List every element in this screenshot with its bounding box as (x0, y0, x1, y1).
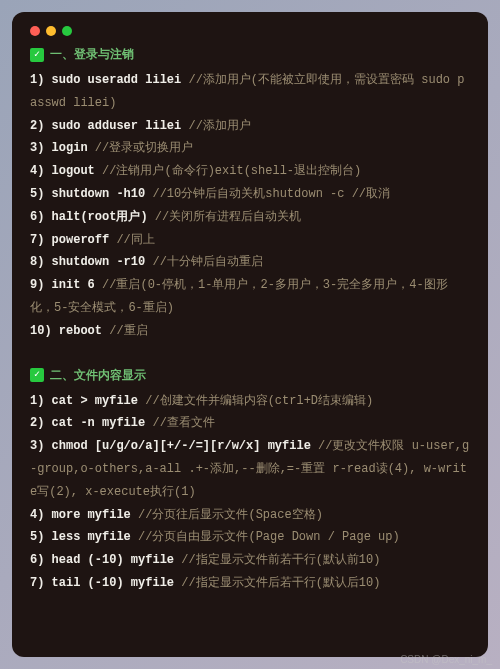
item-index: 2) (30, 119, 44, 133)
section-header: ✓ 二、文件内容显示 (30, 367, 470, 384)
item-index: 3) (30, 141, 44, 155)
command-text: cat -n myfile (52, 416, 146, 430)
watermark-text: CSDN @Dex_ni_m_ (400, 654, 492, 665)
comment-text: //重启 (109, 324, 147, 338)
list-item: 3) login //登录或切换用户 (30, 137, 470, 160)
comment-text: //分页自由显示文件(Page Down / Page up) (138, 530, 400, 544)
command-text: sudo useradd lilei (52, 73, 182, 87)
item-index: 6) (30, 210, 44, 224)
list-item: 5) less myfile //分页自由显示文件(Page Down / Pa… (30, 526, 470, 549)
list-item: 5) shutdown -h10 //10分钟后自动关机shutdown -c … (30, 183, 470, 206)
item-index: 8) (30, 255, 44, 269)
list-item: 2) sudo adduser lilei //添加用户 (30, 115, 470, 138)
command-text: reboot (59, 324, 102, 338)
item-index: 6) (30, 553, 44, 567)
comment-text: //10分钟后自动关机shutdown -c //取消 (152, 187, 390, 201)
item-index: 5) (30, 187, 44, 201)
list-item: 4) more myfile //分页往后显示文件(Space空格) (30, 504, 470, 527)
command-text: shutdown -h10 (52, 187, 146, 201)
item-index: 5) (30, 530, 44, 544)
close-icon[interactable] (30, 26, 40, 36)
item-index: 4) (30, 164, 44, 178)
list-item: 4) logout //注销用户(命令行)exit(shell-退出控制台) (30, 160, 470, 183)
list-item: 3) chmod [u/g/o/a][+/-/=][r/w/x] myfile … (30, 435, 470, 503)
spacer (30, 343, 470, 357)
item-index: 9) (30, 278, 44, 292)
comment-text: //指定显示文件前若干行(默认前10) (181, 553, 380, 567)
comment-text: //十分钟后自动重启 (152, 255, 262, 269)
command-text: chmod [u/g/o/a][+/-/=][r/w/x] myfile (52, 439, 311, 453)
comment-text: //关闭所有进程后自动关机 (155, 210, 301, 224)
command-text: tail (-10) myfile (52, 576, 174, 590)
comment-text: //添加用户 (188, 119, 250, 133)
list-item: 7) poweroff //同上 (30, 229, 470, 252)
comment-text: //分页往后显示文件(Space空格) (138, 508, 323, 522)
command-text: poweroff (52, 233, 110, 247)
list-item: 6) head (-10) myfile //指定显示文件前若干行(默认前10) (30, 549, 470, 572)
minimize-icon[interactable] (46, 26, 56, 36)
command-text: halt(root用户) (52, 210, 148, 224)
comment-text: //指定显示文件后若干行(默认后10) (181, 576, 380, 590)
item-index: 10) (30, 324, 52, 338)
list-item: 1) sudo useradd lilei //添加用户(不能被立即使用，需设置… (30, 69, 470, 115)
list-item: 1) cat > myfile //创建文件并编辑内容(ctrl+D结束编辑) (30, 390, 470, 413)
item-index: 1) (30, 73, 44, 87)
comment-text: //查看文件 (152, 416, 214, 430)
page-frame: ✓ 一、登录与注销 1) sudo useradd lilei //添加用户(不… (0, 0, 500, 669)
command-text: less myfile (52, 530, 131, 544)
item-index: 2) (30, 416, 44, 430)
list-item: 8) shutdown -r10 //十分钟后自动重启 (30, 251, 470, 274)
command-text: login (52, 141, 88, 155)
command-text: shutdown -r10 (52, 255, 146, 269)
item-index: 7) (30, 233, 44, 247)
section-header: ✓ 一、登录与注销 (30, 46, 470, 63)
comment-text: //创建文件并编辑内容(ctrl+D结束编辑) (145, 394, 373, 408)
comment-text: //注销用户(命令行)exit(shell-退出控制台) (102, 164, 361, 178)
item-index: 3) (30, 439, 44, 453)
command-text: head (-10) myfile (52, 553, 174, 567)
command-text: init 6 (52, 278, 95, 292)
comment-text: //登录或切换用户 (95, 141, 193, 155)
command-text: more myfile (52, 508, 131, 522)
section-title: 一、登录与注销 (50, 46, 134, 63)
list-item: 7) tail (-10) myfile //指定显示文件后若干行(默认后10) (30, 572, 470, 595)
command-text: logout (52, 164, 95, 178)
item-index: 1) (30, 394, 44, 408)
check-icon: ✓ (30, 368, 44, 382)
zoom-icon[interactable] (62, 26, 72, 36)
check-icon: ✓ (30, 48, 44, 62)
item-index: 7) (30, 576, 44, 590)
window-titlebar (30, 26, 470, 36)
terminal-window: ✓ 一、登录与注销 1) sudo useradd lilei //添加用户(不… (12, 12, 488, 657)
comment-text: //同上 (116, 233, 154, 247)
item-index: 4) (30, 508, 44, 522)
list-item: 9) init 6 //重启(0-停机，1-单用户，2-多用户，3-完全多用户，… (30, 274, 470, 320)
list-item: 10) reboot //重启 (30, 320, 470, 343)
section-title: 二、文件内容显示 (50, 367, 146, 384)
command-text: cat > myfile (52, 394, 138, 408)
list-item: 2) cat -n myfile //查看文件 (30, 412, 470, 435)
command-text: sudo adduser lilei (52, 119, 182, 133)
list-item: 6) halt(root用户) //关闭所有进程后自动关机 (30, 206, 470, 229)
